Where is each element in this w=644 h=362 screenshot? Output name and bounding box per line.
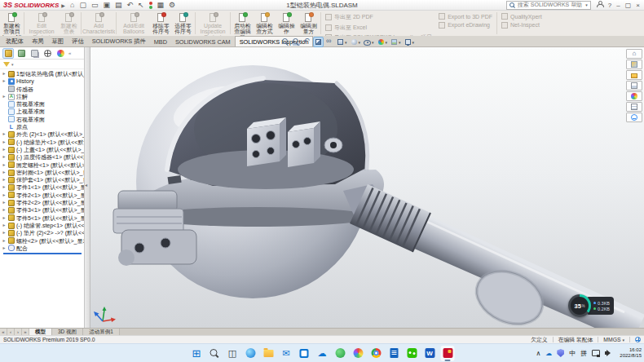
- taskbar-task-view-button[interactable]: ◫: [226, 346, 240, 361]
- expand-arrow[interactable]: ▸: [2, 214, 7, 222]
- display-style-button[interactable]: ▾: [350, 37, 362, 47]
- tree-item[interactable]: ▸零件2<2> (默认<<默认>_显示状态: [2, 199, 84, 206]
- new-inspection-project-button[interactable]: 新建检查项目 (amp;N): [1, 11, 23, 36]
- dropdown-caret[interactable]: ▾: [359, 40, 361, 45]
- qat-home-button[interactable]: ⌂: [70, 2, 74, 9]
- qat-select-button[interactable]: ↖: [138, 2, 144, 9]
- tree-item[interactable]: ▸(-) 绝缘垫片<1> (默认<<默认>_显: [2, 139, 84, 146]
- taskbar-edge-button[interactable]: [244, 346, 258, 361]
- dropdown-caret[interactable]: ▾: [386, 40, 388, 45]
- taskbar-search-button[interactable]: [208, 346, 222, 361]
- expand-arrow[interactable]: ▸: [2, 153, 7, 161]
- minimize-button[interactable]: –: [616, 2, 620, 9]
- edit-measurement-button[interactable]: 编辑测量方: [298, 11, 320, 36]
- orientation-triad[interactable]: [93, 303, 117, 326]
- taskbar-photos-button[interactable]: [351, 346, 365, 361]
- tab-nav-last-button[interactable]: »: [22, 329, 29, 335]
- ribbon-tab-评估[interactable]: 评估: [68, 36, 88, 46]
- help-search-box[interactable]: 搜索 SOLIDWORKS 帮助 ▾: [506, 1, 591, 10]
- tree-item[interactable]: ▸零件1<1> (默认<<默认>_显示状态: [2, 183, 84, 191]
- tree-item[interactable]: ▸螺栓<2> (默认<<默认>_显示状态: [2, 237, 84, 245]
- dropdown-caret[interactable]: ▾: [372, 40, 374, 45]
- expand-arrow[interactable]: ▸: [2, 146, 7, 153]
- taskbar-mail-button[interactable]: ✉: [280, 346, 293, 361]
- tree-root-item[interactable]: ▸1型铠装热电偶 (默认<默认_显示状态-1: [2, 70, 84, 77]
- tree-item[interactable]: ▸密封圈<1> (默认<<默认>_显示状: [2, 169, 84, 176]
- expand-arrow[interactable]: ▸: [2, 199, 7, 206]
- zoom-to-fit-button[interactable]: [281, 37, 290, 47]
- taskbar-word-button[interactable]: W: [423, 346, 437, 361]
- edit-inspection-method-button[interactable]: 编辑检查方式: [254, 11, 276, 36]
- task-pane-tab-home[interactable]: [626, 49, 642, 59]
- previous-view-button[interactable]: [302, 37, 311, 47]
- close-button[interactable]: ×: [636, 2, 640, 9]
- qat-undo-button[interactable]: ↶: [126, 2, 133, 9]
- taskbar-wechat-button[interactable]: [405, 346, 419, 361]
- ribbon-tab-solidworks-cam[interactable]: SOLIDWORKS CAM: [171, 37, 235, 46]
- taskbar-start-button[interactable]: ⊞: [190, 346, 204, 361]
- apply-scene-button[interactable]: ▾: [390, 37, 402, 47]
- task-pane-tab-appearances[interactable]: [626, 91, 642, 101]
- clock[interactable]: 16:022022/8/15: [618, 347, 642, 359]
- tray-ime-layout-button[interactable]: 拼: [580, 349, 587, 358]
- expand-arrow[interactable]: ▸: [2, 192, 7, 199]
- performance-monitor-widget[interactable]: 35% 0.3KB0.2KB: [568, 294, 614, 317]
- expand-arrow[interactable]: ▸: [2, 161, 7, 169]
- tray-chevron-button[interactable]: ∧: [536, 350, 540, 357]
- dynamic-annotation-views-button[interactable]: [325, 37, 334, 47]
- status-item-3[interactable]: MMGS▾: [603, 337, 624, 342]
- dropdown-caret[interactable]: ▾: [345, 40, 347, 45]
- expand-arrow[interactable]: ▸: [2, 77, 7, 85]
- tree-item[interactable]: ▸零件2<1> (默认<<默认>_显示状态: [2, 192, 84, 199]
- tree-item[interactable]: ▸(-) 垫片 (2)<2> ->? (默认<<默认>: [2, 229, 84, 236]
- taskbar-chrome-button[interactable]: [369, 346, 383, 361]
- panel-tab-display-manager[interactable]: [55, 48, 66, 59]
- tree-item[interactable]: 传感器: [2, 86, 84, 93]
- tray-volume-button[interactable]: [605, 350, 613, 357]
- panel-tab-configuration-manager[interactable]: [29, 48, 40, 59]
- tab-nav-first-button[interactable]: «: [0, 329, 7, 335]
- section-view-button[interactable]: [313, 37, 324, 47]
- tree-item[interactable]: ▸固定螺栓<1> (默认<<默认>_显示: [2, 161, 84, 169]
- taskbar-file-explorer-button[interactable]: [262, 346, 276, 361]
- expand-arrow[interactable]: ▸: [2, 229, 7, 236]
- tree-item[interactable]: 右视基准面: [2, 116, 84, 123]
- expand-arrow[interactable]: ▸: [2, 139, 7, 146]
- task-pane-tab-design-library[interactable]: [626, 60, 642, 69]
- qat-open-button[interactable]: ▭: [91, 2, 99, 9]
- panel-tabs-overflow[interactable]: «: [68, 51, 71, 55]
- launch-inspection-editor-button[interactable]: 启动检查编辑器: [232, 11, 254, 36]
- tree-item[interactable]: 上视基准面: [2, 108, 84, 115]
- ribbon-tab-装配体[interactable]: 装配体: [2, 36, 28, 46]
- expand-arrow[interactable]: ▸: [2, 206, 7, 214]
- taskbar-solidworks-button[interactable]: [441, 346, 455, 361]
- tab-nav-next-button[interactable]: ›: [15, 329, 22, 335]
- panel-splitter[interactable]: [85, 47, 90, 328]
- ribbon-tab-solidworks-插件[interactable]: SOLIDWORKS 插件: [88, 36, 150, 46]
- dropdown-caret[interactable]: ▾: [412, 40, 415, 45]
- ribbon-tab-草图[interactable]: 草图: [47, 36, 68, 46]
- help-button[interactable]: ?: [608, 2, 611, 9]
- expand-arrow[interactable]: ▸: [2, 237, 7, 245]
- panel-tab-feature-manager[interactable]: [2, 48, 14, 59]
- tree-item[interactable]: ▸配合: [2, 245, 84, 252]
- tree-item[interactable]: ▸外壳 (2)<1> (默认<<默认>_显示状: [2, 130, 84, 138]
- logo-flyout-arrow[interactable]: ▶: [61, 2, 65, 8]
- tray-ime-mode-button[interactable]: 中: [569, 349, 576, 358]
- model-thermocouple-assembly[interactable]: [90, 47, 644, 328]
- taskbar-store-button[interactable]: [298, 346, 311, 361]
- tree-item[interactable]: ▸零件3<1> (默认<<默认>_显示状态: [2, 206, 84, 214]
- expand-arrow[interactable]: ▸: [2, 176, 7, 183]
- zoom-to-area-button[interactable]: [292, 37, 301, 47]
- expand-arrow[interactable]: ▸: [2, 130, 7, 138]
- tree-item[interactable]: L原点: [2, 123, 84, 130]
- tree-item[interactable]: ▸零件5<1> (默认<<默认>_显示状态: [2, 214, 84, 222]
- remove-balloons-button[interactable]: 移除零件序号: [150, 11, 172, 36]
- user-button[interactable]: [597, 1, 603, 9]
- document-tab-模型[interactable]: 模型: [29, 329, 52, 335]
- expand-arrow[interactable]: ▸: [2, 70, 7, 77]
- task-pane-tab-file-explorer[interactable]: [626, 70, 642, 80]
- restore-button[interactable]: ▢: [625, 2, 632, 9]
- tab-nav-previous-button[interactable]: ‹: [7, 329, 15, 335]
- model-terminal-block-1[interactable]: [247, 117, 286, 166]
